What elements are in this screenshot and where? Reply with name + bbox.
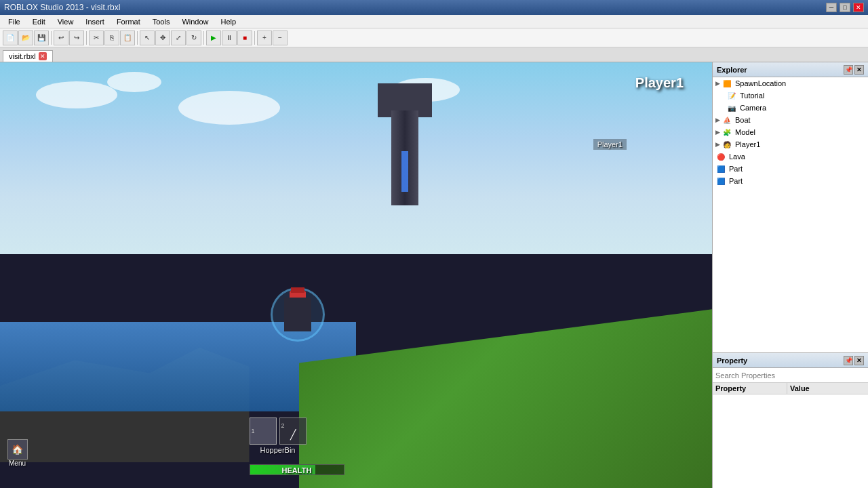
arrow-model: ▶ (715, 129, 720, 136)
grass-terrain (299, 309, 712, 488)
explorer-item-spawnlocation[interactable]: ▶ 🟧 SpawnLocation (713, 77, 868, 89)
minimize-button[interactable]: ─ (826, 3, 837, 12)
menu-help[interactable]: Help (216, 16, 242, 27)
explorer-item-player1[interactable]: ▶ 🧑 Player1 (713, 138, 868, 150)
explorer-panel: Explorer 📌 ✕ ▶ 🟧 SpawnLocation 📝 Tutoria… (712, 62, 868, 352)
menu-view[interactable]: View (52, 16, 79, 27)
explorer-label-boat: Boat (735, 116, 751, 124)
tb-zoom-out[interactable]: − (273, 30, 288, 45)
explorer-label-part1: Part (729, 165, 743, 173)
hopperbin-label: HopperBin (260, 446, 296, 454)
hb-slots: 1 2 ╱ (250, 418, 307, 445)
property-title: Property (717, 357, 747, 365)
prop-col-value: Value (787, 383, 868, 394)
explorer-title: Explorer (717, 66, 747, 74)
hb-slot-2[interactable]: 2 ╱ (279, 418, 307, 445)
explorer-item-lava[interactable]: 🔴 Lava (713, 150, 868, 163)
explorer-label-camera: Camera (740, 104, 766, 112)
tb-copy[interactable]: ⎘ (104, 30, 119, 45)
arrow-spawnlocation: ▶ (715, 80, 720, 87)
icon-player1: 🧑 (722, 139, 732, 150)
property-close-button[interactable]: ✕ (854, 356, 864, 365)
hb-slot-1[interactable]: 1 (250, 418, 277, 445)
property-controls: 📌 ✕ (844, 356, 864, 365)
explorer-pin-button[interactable]: 📌 (844, 65, 853, 75)
tower-stripe (401, 151, 408, 192)
tb-rotate[interactable]: ↻ (186, 30, 201, 45)
explorer-item-part1[interactable]: 🟦 Part (713, 163, 868, 175)
sky-background (0, 62, 712, 254)
arrow-boat: ▶ (715, 117, 720, 123)
tb-stop[interactable]: ■ (237, 30, 252, 45)
health-bar-container: HEALTH (250, 464, 344, 475)
player-character (271, 287, 325, 369)
char-body (284, 298, 311, 331)
viewport[interactable]: Player1 Player1 1 2 ╱ HopperBin HEALTH 🏠 (0, 62, 712, 488)
tb-scale[interactable]: ⤢ (171, 30, 186, 45)
tab-close-button[interactable]: ✕ (39, 52, 47, 60)
explorer-item-model[interactable]: ▶ 🧩 Model (713, 126, 868, 138)
tb-play[interactable]: ▶ (206, 30, 221, 45)
title-bar: ROBLOX Studio 2013 - visit.rbxl ─ □ ✕ (0, 0, 868, 15)
maximize-button[interactable]: □ (840, 3, 850, 12)
icon-part2: 🟦 (715, 176, 726, 186)
property-search-input[interactable] (713, 368, 868, 383)
property-table: Property Value (713, 383, 868, 488)
right-panels: Explorer 📌 ✕ ▶ 🟧 SpawnLocation 📝 Tutoria… (712, 62, 868, 488)
explorer-label-model: Model (735, 128, 755, 136)
prop-col-property: Property (713, 383, 787, 394)
tb-pause[interactable]: ⏸ (222, 30, 237, 45)
explorer-content: ▶ 🟧 SpawnLocation 📝 Tutorial 📷 Camera ▶ … (713, 77, 868, 352)
explorer-label-lava: Lava (729, 152, 745, 161)
menu-button[interactable]: 🏠 Menu (7, 439, 28, 467)
tb-select[interactable]: ↖ (140, 30, 155, 45)
char-hat (291, 287, 304, 293)
menu-edit[interactable]: Edit (27, 16, 51, 27)
explorer-item-boat[interactable]: ▶ ⛵ Boat (713, 114, 868, 126)
tb-sep4 (203, 31, 204, 45)
tb-sep1 (51, 31, 52, 45)
tower (378, 83, 432, 205)
player1-label: Player1 (635, 75, 684, 91)
tb-move[interactable]: ✥ (155, 30, 170, 45)
tb-zoom-in[interactable]: + (257, 30, 272, 45)
tb-redo[interactable]: ↪ (69, 30, 84, 45)
menu-window[interactable]: Window (176, 16, 214, 27)
hopperbin-ui: 1 2 ╱ HopperBin (250, 418, 307, 454)
hb-slot-1-num: 1 (252, 428, 255, 434)
tb-undo[interactable]: ↩ (54, 30, 68, 45)
menu-file[interactable]: File (3, 16, 26, 27)
main-tab[interactable]: visit.rbxl ✕ (3, 50, 53, 62)
tb-sep5 (254, 31, 255, 45)
hb-slot-2-num: 2 (281, 422, 285, 429)
explorer-item-camera[interactable]: 📷 Camera (713, 102, 868, 114)
menu-btn-label: Menu (9, 460, 26, 467)
tb-save[interactable]: 💾 (34, 30, 49, 45)
explorer-item-part2[interactable]: 🟦 Part (713, 175, 868, 187)
explorer-label-part2: Part (729, 177, 743, 185)
explorer-item-tutorial[interactable]: 📝 Tutorial (713, 89, 868, 102)
health-label: HEALTH (250, 465, 344, 476)
explorer-label-player1: Player1 (735, 140, 760, 148)
menu-icon: 🏠 (7, 439, 28, 460)
icon-lava: 🔴 (715, 151, 726, 162)
icon-camera: 📷 (726, 102, 737, 113)
title-text: ROBLOX Studio 2013 - visit.rbxl (4, 3, 120, 12)
property-pin-button[interactable]: 📌 (844, 356, 853, 365)
tb-cut[interactable]: ✂ (89, 30, 104, 45)
tb-new[interactable]: 📄 (3, 30, 18, 45)
explorer-controls: 📌 ✕ (844, 65, 864, 75)
menu-tools[interactable]: Tools (147, 16, 176, 27)
tb-paste[interactable]: 📋 (120, 30, 135, 45)
explorer-label-tutorial: Tutorial (740, 92, 764, 100)
toolbar: 📄 📂 💾 ↩ ↪ ✂ ⎘ 📋 ↖ ✥ ⤢ ↻ ▶ ⏸ ■ + − (0, 28, 868, 47)
icon-tutorial: 📝 (726, 90, 737, 101)
close-button[interactable]: ✕ (853, 3, 864, 12)
property-table-header: Property Value (713, 383, 868, 394)
arrow-player1: ▶ (715, 141, 720, 148)
icon-spawnlocation: 🟧 (722, 78, 732, 89)
tb-open[interactable]: 📂 (18, 30, 33, 45)
explorer-close-button[interactable]: ✕ (854, 65, 864, 75)
menu-insert[interactable]: Insert (80, 16, 110, 27)
menu-format[interactable]: Format (111, 16, 146, 27)
